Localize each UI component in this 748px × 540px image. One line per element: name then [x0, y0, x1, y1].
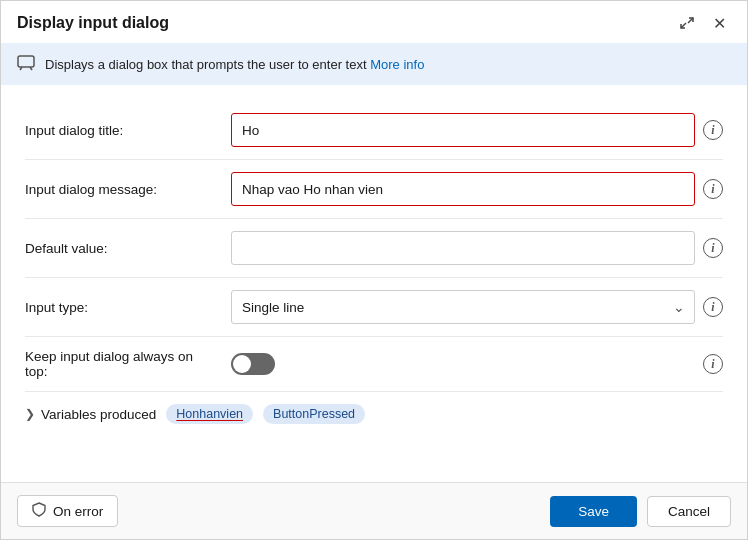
default-row: Default value: i — [25, 219, 723, 277]
cancel-button[interactable]: Cancel — [647, 496, 731, 527]
input-type-row: Input type: Single line Multi line Passw… — [25, 278, 723, 336]
title-label: Input dialog title: — [25, 123, 215, 138]
title-bar: Display input dialog ✕ — [1, 1, 747, 43]
shield-icon — [32, 502, 46, 520]
variables-chevron-icon: ❯ — [25, 407, 35, 421]
message-info-icon[interactable]: i — [703, 179, 723, 199]
keep-on-top-toggle[interactable] — [231, 353, 275, 375]
input-type-select[interactable]: Single line Multi line Password — [231, 290, 695, 324]
variable-badge-buttonpressed[interactable]: ButtonPressed — [263, 404, 365, 424]
more-info-link[interactable]: More info — [370, 57, 424, 72]
display-input-dialog: Display input dialog ✕ Displays a di — [0, 0, 748, 540]
default-input[interactable] — [231, 231, 695, 265]
default-control-wrapper: i — [231, 231, 723, 265]
title-bar-actions: ✕ — [675, 11, 731, 35]
message-label: Input dialog message: — [25, 182, 215, 197]
title-control-wrapper: i — [231, 113, 723, 147]
toggle-knob — [233, 355, 251, 373]
on-error-label: On error — [53, 504, 103, 519]
title-row: Input dialog title: i — [25, 101, 723, 159]
keep-on-top-label: Keep input dialog always on top: — [25, 349, 215, 379]
dialog-icon — [17, 53, 35, 75]
variables-toggle[interactable]: ❯ Variables produced — [25, 407, 156, 422]
default-label: Default value: — [25, 241, 215, 256]
dialog-title: Display input dialog — [17, 14, 169, 32]
input-type-select-wrapper: Single line Multi line Password ⌄ — [231, 290, 695, 324]
banner-text: Displays a dialog box that prompts the u… — [45, 57, 424, 72]
footer: On error Save Cancel — [1, 482, 747, 539]
keep-on-top-control-wrapper: i — [231, 353, 723, 375]
info-banner: Displays a dialog box that prompts the u… — [1, 43, 747, 85]
input-type-label: Input type: — [25, 300, 215, 315]
form-body: Input dialog title: i Input dialog messa… — [1, 93, 747, 482]
variables-label: Variables produced — [41, 407, 156, 422]
input-type-info-icon[interactable]: i — [703, 297, 723, 317]
close-button[interactable]: ✕ — [707, 11, 731, 35]
svg-rect-2 — [18, 56, 34, 67]
expand-button[interactable] — [675, 11, 699, 35]
message-control-wrapper: i — [231, 172, 723, 206]
message-row: Input dialog message: i — [25, 160, 723, 218]
footer-left: On error — [17, 495, 118, 527]
title-info-icon[interactable]: i — [703, 120, 723, 140]
on-error-button[interactable]: On error — [17, 495, 118, 527]
footer-right: Save Cancel — [550, 496, 731, 527]
toggle-wrapper — [231, 353, 275, 375]
input-type-control-wrapper: Single line Multi line Password ⌄ i — [231, 290, 723, 324]
message-input[interactable] — [231, 172, 695, 206]
keep-on-top-row: Keep input dialog always on top: i — [25, 337, 723, 391]
default-info-icon[interactable]: i — [703, 238, 723, 258]
variables-row: ❯ Variables produced Honhanvien ButtonPr… — [25, 392, 723, 436]
variable-badge-honhanvien[interactable]: Honhanvien — [166, 404, 253, 424]
keep-on-top-info-icon[interactable]: i — [703, 354, 723, 374]
title-input[interactable] — [231, 113, 695, 147]
save-button[interactable]: Save — [550, 496, 637, 527]
